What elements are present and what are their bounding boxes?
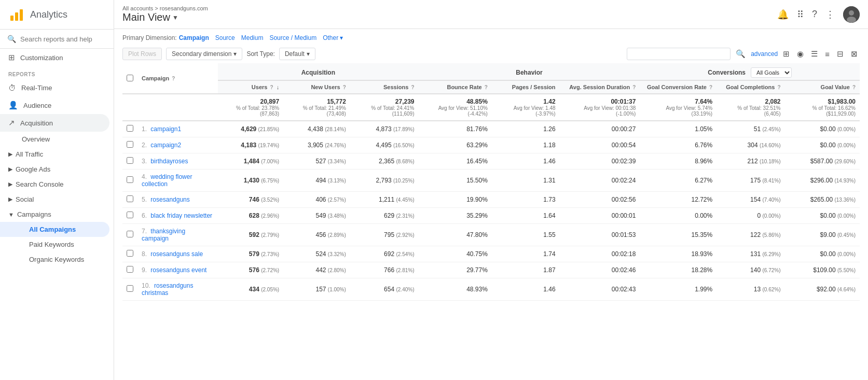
table-view-pivot-icon[interactable]: ⊟ — [835, 48, 846, 60]
sidebar-item-audience[interactable]: 👤 Audience — [0, 96, 109, 114]
row-checkbox-cell[interactable] — [122, 170, 137, 192]
sidebar-group-google-ads[interactable]: ▶ Google Ads — [0, 162, 114, 177]
sidebar-subitem-overview[interactable]: Overview — [0, 132, 114, 147]
secondary-dimension-button[interactable]: Secondary dimension ▾ — [166, 48, 242, 60]
sidebar-subitem-organic-keywords[interactable]: Organic Keywords — [0, 252, 114, 267]
select-all-checkbox-header[interactable] — [122, 63, 137, 94]
advanced-link[interactable]: advanced — [751, 50, 778, 58]
more-vert-icon[interactable]: ⋮ — [825, 9, 835, 20]
row-checkbox[interactable] — [127, 250, 133, 257]
avg-session-cell: 00:02:18 — [560, 246, 640, 262]
question-icon[interactable]: ? — [709, 85, 712, 90]
table-view-custom-icon[interactable]: ⊠ — [849, 48, 860, 60]
grid-icon[interactable]: ⠿ — [797, 9, 804, 20]
campaign-link[interactable]: campaign1 — [150, 125, 181, 133]
campaign-link[interactable]: thanksgiving campaign — [142, 228, 185, 242]
goal-value-header[interactable]: Goal Value ? — [784, 80, 860, 94]
question-icon[interactable]: ? — [172, 76, 175, 81]
question-icon[interactable]: ? — [485, 85, 488, 90]
row-checkbox[interactable] — [127, 231, 133, 237]
totals-pages-session: 1.42 Avg for View: 1.48 (-3.97%) — [492, 94, 560, 121]
table-view-list-icon[interactable]: ☰ — [809, 48, 820, 60]
row-checkbox[interactable] — [127, 285, 133, 292]
campaign-header[interactable]: Campaign ? — [137, 63, 218, 94]
sidebar-subitem-paid-keywords[interactable]: Paid Keywords — [0, 237, 114, 252]
behavior-label: Behavior — [516, 69, 542, 76]
dim-medium-link[interactable]: Medium — [241, 34, 264, 41]
sidebar-item-acquisition[interactable]: ↗ Acquisition — [0, 114, 109, 132]
search-input[interactable] — [20, 35, 106, 43]
row-checkbox-cell[interactable] — [122, 224, 137, 246]
select-all-checkbox[interactable] — [127, 75, 133, 81]
goal-conversion-rate-header[interactable]: Goal Conversion Rate ? — [640, 80, 717, 94]
question-icon[interactable]: ? — [852, 85, 856, 90]
users-header[interactable]: Users ? ↓ — [218, 80, 283, 94]
row-checkbox-cell[interactable] — [122, 153, 137, 170]
search-bar-container[interactable]: 🔍 — [0, 30, 114, 49]
table-view-grid-icon[interactable]: ⊞ — [781, 48, 792, 60]
table-row: 5. rosesandguns 746 (3.52%) 406 (2.57%) … — [122, 192, 860, 208]
campaign-cell: 5. rosesandguns — [137, 192, 218, 208]
table-view-pie-icon[interactable]: ◉ — [795, 48, 806, 60]
new-users-header[interactable]: New Users ? — [283, 80, 350, 94]
search-icon[interactable]: 🔍 — [734, 48, 748, 60]
row-checkbox-cell[interactable] — [122, 192, 137, 208]
campaign-link[interactable]: rosesandguns sale — [150, 250, 203, 258]
question-icon[interactable]: ? — [411, 85, 414, 90]
row-checkbox-cell[interactable] — [122, 246, 137, 262]
goal-value-cell: $296.00 (14.93%) — [784, 170, 860, 192]
campaign-link[interactable]: black friday newsletter — [150, 212, 212, 219]
dim-source-link[interactable]: Source — [215, 34, 235, 41]
pages-session-cell: 1.74 — [492, 246, 560, 262]
question-icon[interactable]: ? — [270, 85, 273, 90]
row-checkbox[interactable] — [127, 125, 133, 132]
sessions-header[interactable]: Sessions ? — [350, 80, 419, 94]
campaign-link[interactable]: wedding flower collection — [142, 173, 192, 188]
sidebar-subitem-all-campaigns[interactable]: All Campaigns — [0, 222, 109, 237]
dim-other-link[interactable]: Other ▾ — [323, 34, 343, 41]
goal-completions-header[interactable]: Goal Completions ? — [717, 80, 784, 94]
row-checkbox-cell[interactable] — [122, 208, 137, 224]
row-checkbox[interactable] — [127, 176, 133, 183]
sidebar-group-campaigns[interactable]: ▼ Campaigns — [0, 207, 114, 222]
campaign-link[interactable]: birthdayroses — [150, 158, 188, 165]
campaign-link[interactable]: campaign2 — [150, 142, 181, 149]
avg-session-duration-header[interactable]: Avg. Session Duration ? — [560, 80, 640, 94]
campaign-link[interactable]: rosesandguns event — [150, 266, 206, 274]
sidebar-group-search-console[interactable]: ▶ Search Console — [0, 177, 114, 192]
row-checkbox-cell[interactable] — [122, 262, 137, 278]
row-checkbox[interactable] — [127, 195, 133, 202]
dim-source-medium-link[interactable]: Source / Medium — [269, 34, 316, 41]
bounce-rate-header[interactable]: Bounce Rate ? — [418, 80, 491, 94]
sidebar-group-all-traffic[interactable]: ▶ All Traffic — [0, 147, 114, 162]
row-checkbox[interactable] — [127, 266, 133, 273]
row-checkbox[interactable] — [127, 212, 133, 218]
sessions-cell: 1,211 (4.45%) — [350, 192, 419, 208]
row-checkbox[interactable] — [127, 141, 133, 148]
question-icon[interactable]: ? — [343, 85, 346, 90]
row-checkbox[interactable] — [127, 157, 133, 164]
title-dropdown-icon[interactable]: ▼ — [172, 14, 178, 21]
sort-type-button[interactable]: Default ▾ — [279, 48, 315, 60]
table-row: 1. campaign1 4,629 (21.85%) 4,438 (28.14… — [122, 121, 860, 137]
row-checkbox-cell[interactable] — [122, 137, 137, 153]
sidebar-group-social[interactable]: ▶ Social — [0, 192, 114, 207]
dim-campaign-link[interactable]: Campaign — [179, 34, 209, 41]
campaign-link[interactable]: rosesandguns — [150, 196, 189, 203]
chevron-down-icon: ▾ — [307, 50, 310, 58]
question-icon[interactable]: ? — [632, 85, 636, 90]
question-icon[interactable]: ? — [777, 85, 780, 90]
totals-goal-completions: 2,082 % of Total: 32.51% (6,405) — [717, 94, 784, 121]
row-checkbox-cell[interactable] — [122, 121, 137, 137]
bell-icon[interactable]: 🔔 — [777, 9, 789, 20]
table-view-bar-icon[interactable]: ≡ — [823, 49, 832, 60]
all-goals-dropdown[interactable]: All Goals — [751, 67, 792, 78]
sidebar-item-realtime[interactable]: ⏱ Real-Time — [0, 79, 109, 96]
table-search-input[interactable] — [627, 48, 731, 60]
sidebar-item-customization[interactable]: ⊞ Customization — [0, 49, 109, 66]
avatar[interactable] — [843, 6, 860, 23]
goal-value-cell: $0.00 (0.00%) — [784, 208, 860, 224]
help-icon[interactable]: ? — [812, 9, 817, 20]
pages-session-header[interactable]: Pages / Session — [492, 80, 560, 94]
row-checkbox-cell[interactable] — [122, 278, 137, 301]
